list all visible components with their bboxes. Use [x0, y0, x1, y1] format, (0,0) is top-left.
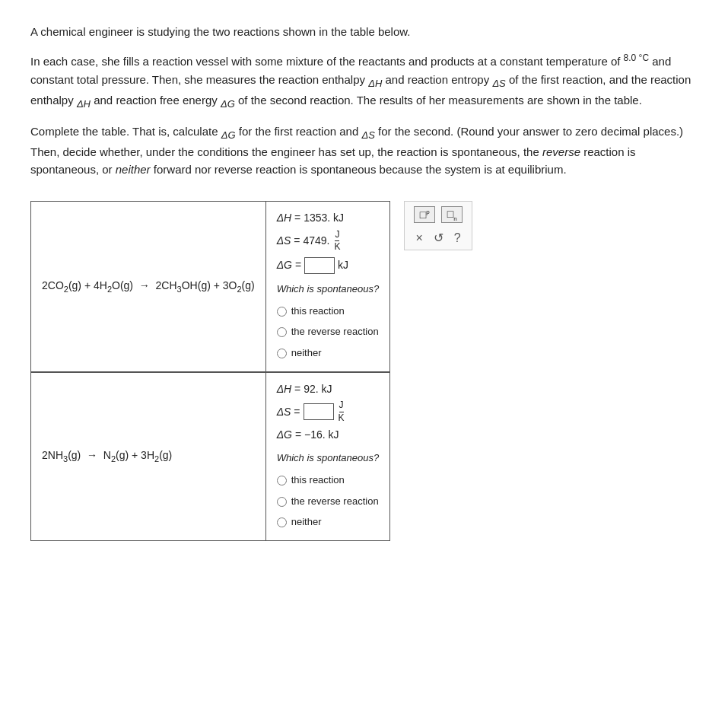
refresh-button[interactable]: ↺: [434, 231, 443, 245]
problem-container: A chemical engineer is studying the two …: [30, 23, 698, 541]
reaction2-equation: 2NH3(g) → N2(g) + 3H2(g): [31, 372, 266, 541]
icon1-button[interactable]: □p: [414, 206, 435, 223]
x-button[interactable]: ×: [416, 231, 423, 245]
toolbar: □p □n × ↺ ?: [404, 201, 472, 250]
reaction1-option-neither[interactable]: neither: [277, 344, 379, 363]
icon2: □n: [447, 208, 457, 222]
table-section: 2CO2(g) + 4H2O(g) → 2CH3OH(g) + 3O2(g) Δ…: [30, 201, 698, 541]
reaction2-dS-row: ΔS = J K: [277, 400, 379, 422]
reaction2-option-neither[interactable]: neither: [277, 513, 379, 532]
reaction2-option-reverse[interactable]: the reverse reaction: [277, 492, 379, 511]
table-row: 2NH3(g) → N2(g) + 3H2(g) ΔH = 92. kJ ΔS …: [31, 372, 390, 541]
paragraph2: In each case, she fills a reaction vesse…: [30, 51, 698, 112]
reaction1-equation: 2CO2(g) + 4H2O(g) → 2CH3OH(g) + 3O2(g): [31, 202, 266, 372]
toolbar-icons-row: □p □n: [414, 206, 463, 223]
table-row: 2CO2(g) + 4H2O(g) → 2CH3OH(g) + 3O2(g) Δ…: [31, 202, 390, 372]
paragraph3: Complete the table. That is, calculate Δ…: [30, 123, 698, 179]
reaction1-dG-input[interactable]: [304, 257, 335, 274]
icon2-button[interactable]: □n: [441, 206, 463, 223]
reaction1-option-reverse[interactable]: the reverse reaction: [277, 323, 379, 342]
reaction1-dG-row: ΔG = kJ: [277, 255, 379, 275]
reaction2-dG: ΔG = −16. kJ: [277, 425, 379, 445]
toolbar-bottom-row: × ↺ ?: [416, 231, 461, 245]
reaction2-spontaneous: Which is spontaneous? this reaction the …: [277, 449, 379, 532]
question-button[interactable]: ?: [454, 231, 461, 245]
paragraph1: A chemical engineer is studying the two …: [30, 23, 698, 178]
reaction2-dS-input[interactable]: [304, 403, 334, 420]
reaction1-dS: ΔS = 4749. J K: [277, 230, 379, 252]
reaction1-dH: ΔH = 1353. kJ: [277, 208, 379, 228]
reaction2-option-this[interactable]: this reaction: [277, 471, 379, 490]
reaction1-data: ΔH = 1353. kJ ΔS = 4749. J K ΔG =: [265, 202, 389, 372]
icon1: □p: [420, 209, 430, 221]
reactions-table: 2CO2(g) + 4H2O(g) → 2CH3OH(g) + 3O2(g) Δ…: [30, 201, 390, 541]
reaction2-dH: ΔH = 92. kJ: [277, 379, 379, 400]
reaction2-data: ΔH = 92. kJ ΔS = J K ΔG = −16. kJ: [265, 372, 389, 541]
reaction1-option-this[interactable]: this reaction: [277, 302, 379, 321]
reaction1-spontaneous: Which is spontaneous? this reaction the …: [277, 280, 379, 363]
